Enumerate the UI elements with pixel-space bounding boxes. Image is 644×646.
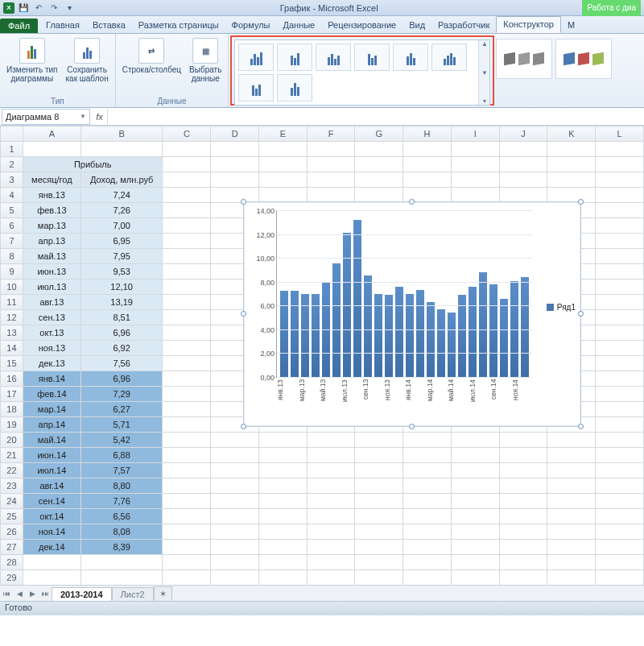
cell[interactable] (499, 142, 547, 157)
row-header-17[interactable]: 17 (1, 387, 23, 402)
cell[interactable] (163, 371, 211, 387)
gallery-scrollbar[interactable]: ▲▼▾ (478, 40, 489, 105)
chart-legend[interactable]: Ряд1 (547, 303, 576, 312)
cell[interactable] (355, 478, 403, 494)
cell[interactable] (211, 524, 259, 540)
cell[interactable] (258, 509, 307, 524)
cell[interactable] (258, 570, 307, 586)
table-cell-value[interactable]: 6,92 (80, 341, 163, 356)
layout-thumb-6[interactable] (431, 43, 467, 71)
cell[interactable] (403, 172, 452, 188)
cell[interactable] (307, 172, 355, 188)
row-header-2[interactable]: 2 (1, 157, 23, 172)
chart-plot-area[interactable]: 0,002,004,006,008,0010,0012,0014,00 (276, 210, 532, 378)
cell[interactable] (596, 356, 644, 371)
cell[interactable] (451, 540, 499, 555)
row-header-23[interactable]: 23 (1, 478, 23, 494)
cell[interactable] (547, 142, 596, 157)
cell[interactable] (596, 570, 644, 586)
cell[interactable] (163, 310, 211, 325)
cell[interactable] (307, 433, 355, 448)
table-cell-value[interactable]: 7,76 (80, 494, 163, 509)
resize-handle-e[interactable] (578, 311, 584, 317)
table-cell-month[interactable]: фев.14 (23, 387, 80, 402)
chart-bar[interactable] (332, 263, 341, 377)
cell[interactable] (355, 188, 403, 203)
table-cell-value[interactable]: 6,95 (80, 234, 163, 249)
cell[interactable] (258, 463, 307, 478)
cell[interactable] (596, 540, 644, 555)
cell[interactable] (355, 555, 403, 570)
table-cell-value[interactable]: 7,24 (80, 188, 163, 203)
col-header-F[interactable]: F (307, 126, 355, 142)
cell[interactable] (499, 448, 547, 463)
cell[interactable] (596, 249, 644, 264)
chart-layouts-gallery[interactable]: ▲▼▾ (234, 39, 490, 106)
cell[interactable] (596, 494, 644, 509)
table-cell-month[interactable]: апр.14 (23, 417, 80, 433)
table-cell-month[interactable]: окт.14 (23, 509, 80, 524)
cell[interactable] (499, 188, 547, 203)
cell[interactable] (596, 218, 644, 234)
cell[interactable] (451, 142, 499, 157)
cell[interactable] (163, 540, 211, 555)
cell[interactable] (163, 188, 211, 203)
cell[interactable] (307, 524, 355, 540)
table-cell-value[interactable]: 6,56 (80, 509, 163, 524)
cell[interactable] (547, 448, 596, 463)
cell[interactable] (163, 325, 211, 341)
cell[interactable] (596, 203, 644, 218)
cell[interactable] (403, 555, 452, 570)
cell[interactable] (163, 448, 211, 463)
cell[interactable] (163, 295, 211, 310)
table-cell-value[interactable]: 7,00 (80, 218, 163, 234)
col-header-K[interactable]: K (547, 126, 596, 142)
cell[interactable] (211, 509, 259, 524)
tab-file[interactable]: Файл (0, 19, 38, 33)
cell[interactable] (596, 417, 644, 433)
row-header-11[interactable]: 11 (1, 295, 23, 310)
cell[interactable] (258, 188, 307, 203)
resize-handle-n[interactable] (409, 199, 415, 205)
cell[interactable] (547, 463, 596, 478)
cell[interactable] (163, 234, 211, 249)
cell[interactable] (451, 509, 499, 524)
cell[interactable] (403, 157, 452, 172)
row-header-27[interactable]: 27 (1, 540, 23, 555)
cell[interactable] (163, 478, 211, 494)
cell[interactable] (23, 570, 80, 586)
cell[interactable] (163, 249, 211, 264)
cell[interactable] (451, 494, 499, 509)
cell[interactable] (163, 356, 211, 371)
chart-bar[interactable] (406, 294, 414, 377)
cell[interactable] (596, 325, 644, 341)
cell[interactable] (163, 463, 211, 478)
sheet-nav-last-icon[interactable]: ⏭ (39, 587, 52, 600)
cell[interactable] (596, 433, 644, 448)
chart-bar[interactable] (448, 313, 456, 377)
chart-bar[interactable] (416, 290, 424, 377)
chart-bar[interactable] (500, 299, 508, 377)
layout-thumb-1[interactable] (238, 43, 274, 71)
table-cell-month[interactable]: май.13 (23, 249, 80, 264)
cell[interactable] (596, 524, 644, 540)
cell[interactable] (451, 188, 499, 203)
table-cell-month[interactable]: янв.14 (23, 371, 80, 387)
style-preset-2[interactable] (555, 39, 612, 79)
table-cell-value[interactable]: 6,88 (80, 448, 163, 463)
chart-bar[interactable] (385, 295, 393, 377)
cell[interactable] (211, 188, 259, 203)
chart-bar[interactable] (479, 272, 487, 377)
cell[interactable] (211, 448, 259, 463)
cell[interactable] (403, 478, 452, 494)
cell[interactable] (499, 570, 547, 586)
sheet-tab-2[interactable]: Лист2 (112, 587, 154, 601)
sheet-nav-first-icon[interactable]: ⏮ (0, 587, 13, 600)
save-as-template-button[interactable]: Сохранить как шаблон (64, 36, 109, 85)
row-header-19[interactable]: 19 (1, 417, 23, 433)
table-cell-month[interactable]: июн.14 (23, 448, 80, 463)
cell[interactable] (596, 234, 644, 249)
cell[interactable] (499, 524, 547, 540)
table-cell-value[interactable]: 8,51 (80, 310, 163, 325)
row-header-8[interactable]: 8 (1, 249, 23, 264)
